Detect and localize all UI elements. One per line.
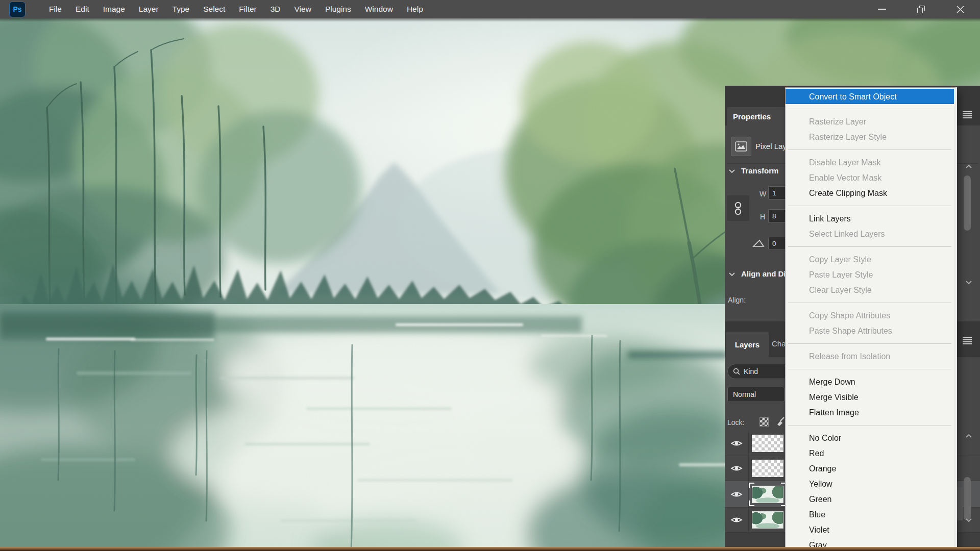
- lock-transparent-pixels-icon[interactable]: [760, 417, 769, 427]
- context-menu-item-link-layers[interactable]: Link Layers: [786, 211, 954, 227]
- context-menu-item-disable-layer-mask: Disable Layer Mask: [786, 155, 954, 170]
- menu-select[interactable]: Select: [203, 5, 225, 14]
- layer-thumbnail[interactable]: [752, 460, 783, 477]
- context-menu-separator: [788, 303, 951, 303]
- scroll-up-icon[interactable]: [966, 434, 972, 438]
- menu-image[interactable]: Image: [103, 5, 125, 14]
- search-icon: [733, 368, 740, 375]
- layer-thumbnail[interactable]: [752, 435, 783, 452]
- eye-icon: [730, 490, 743, 498]
- context-menu-item-convert-to-smart-object[interactable]: Convert to Smart Object: [786, 89, 954, 104]
- layer-thumbnail-selected[interactable]: [752, 486, 783, 503]
- menu-3d[interactable]: 3D: [271, 5, 281, 14]
- layer-type-thumbnail: [731, 137, 751, 156]
- menu-type[interactable]: Type: [173, 5, 190, 14]
- close-icon: [957, 6, 964, 13]
- layer-filter-value: Kind: [744, 367, 758, 375]
- context-menu-separator: [788, 343, 951, 344]
- context-menu-item-red[interactable]: Red: [786, 446, 954, 461]
- menu-plugins[interactable]: Plugins: [325, 5, 351, 14]
- angle-icon: [752, 239, 765, 247]
- photoshop-window: Ps File Edit Image Layer Type Select Fil…: [0, 0, 980, 551]
- canvas-top-shadow: [0, 18, 980, 22]
- minimize-button[interactable]: [862, 0, 901, 18]
- context-menu-separator: [788, 109, 951, 109]
- context-menu-item-merge-visible[interactable]: Merge Visible: [786, 390, 954, 405]
- lock-image-pixels-brush-icon[interactable]: [776, 416, 785, 427]
- menu-window[interactable]: Window: [365, 5, 393, 14]
- align-label: Align:: [728, 296, 746, 304]
- properties-scrollbar-thumb[interactable]: [964, 176, 971, 231]
- layers-scrollbar-thumb[interactable]: [964, 477, 971, 520]
- eye-icon: [730, 464, 743, 472]
- menubar: File Edit Image Layer Type Select Filter…: [49, 5, 423, 14]
- chevron-down-icon[interactable]: [729, 272, 735, 276]
- width-label: W: [760, 190, 766, 198]
- context-menu-item-violet[interactable]: Violet: [786, 522, 954, 538]
- lock-label: Lock:: [727, 418, 744, 427]
- context-menu-item-rasterize-layer-style: Rasterize Layer Style: [786, 130, 954, 145]
- context-menu-item-yellow[interactable]: Yellow: [786, 477, 954, 492]
- screen-bottom-edge: [0, 547, 980, 551]
- context-menu-separator: [788, 425, 951, 425]
- restore-icon: [917, 6, 925, 13]
- window-controls: [862, 0, 980, 18]
- context-menu-item-flatten-image[interactable]: Flatten Image: [786, 405, 954, 420]
- scroll-down-icon[interactable]: [966, 518, 972, 522]
- visibility-toggle[interactable]: [725, 508, 749, 532]
- context-menu-item-paste-layer-style: Paste Layer Style: [786, 267, 954, 283]
- menu-layer[interactable]: Layer: [139, 5, 159, 14]
- window-titlebar: Ps File Edit Image Layer Type Select Fil…: [0, 0, 980, 18]
- context-menu-item-release-from-isolation: Release from Isolation: [786, 349, 954, 364]
- visibility-toggle[interactable]: [725, 481, 749, 507]
- context-menu-item-blue[interactable]: Blue: [786, 507, 954, 522]
- restore-button[interactable]: [901, 0, 941, 18]
- photoshop-app-icon[interactable]: Ps: [9, 2, 26, 17]
- scroll-down-icon[interactable]: [966, 281, 972, 285]
- visibility-toggle[interactable]: [725, 456, 749, 481]
- layer-thumbnail[interactable]: [752, 511, 783, 529]
- minimize-icon: [878, 9, 886, 10]
- transform-section-header[interactable]: Transform: [741, 166, 778, 175]
- close-button[interactable]: [941, 0, 980, 18]
- context-menu-item-no-color[interactable]: No Color: [786, 431, 954, 446]
- context-menu-item-orange[interactable]: Orange: [786, 461, 954, 477]
- menu-edit[interactable]: Edit: [76, 5, 89, 14]
- image-icon: [735, 141, 747, 152]
- menu-filter[interactable]: Filter: [239, 5, 256, 14]
- context-menu-item-green[interactable]: Green: [786, 492, 954, 507]
- context-menu-separator: [788, 246, 951, 247]
- eye-icon: [730, 516, 743, 524]
- menu-help[interactable]: Help: [407, 5, 423, 14]
- context-menu-item-clear-layer-style: Clear Layer Style: [786, 283, 954, 298]
- scroll-up-icon[interactable]: [966, 165, 972, 169]
- context-menu-item-copy-shape-attributes: Copy Shape Attributes: [786, 308, 954, 323]
- tab-properties[interactable]: Properties: [727, 107, 786, 126]
- visibility-toggle[interactable]: [725, 431, 749, 456]
- properties-panel-menu-icon[interactable]: [963, 111, 972, 118]
- context-menu-separator: [788, 206, 951, 206]
- layers-panel-menu-icon[interactable]: [963, 337, 972, 344]
- chain-link-icon: [733, 202, 743, 215]
- context-menu-item-paste-shape-attributes: Paste Shape Attributes: [786, 323, 954, 339]
- link-dimensions-button[interactable]: [727, 195, 749, 221]
- height-label: H: [760, 213, 765, 221]
- context-menu-separator: [788, 369, 951, 369]
- context-menu-item-create-clipping-mask[interactable]: Create Clipping Mask: [786, 186, 954, 201]
- context-menu-item-select-linked-layers: Select Linked Layers: [786, 227, 954, 242]
- blend-mode-select[interactable]: Normal: [727, 387, 785, 402]
- context-menu-item-rasterize-layer: Rasterize Layer: [786, 114, 954, 130]
- chevron-down-icon[interactable]: [729, 169, 735, 173]
- layer-context-menu: Convert to Smart Object Rasterize Layer …: [785, 87, 957, 551]
- context-menu-item-copy-layer-style: Copy Layer Style: [786, 252, 954, 267]
- menu-file[interactable]: File: [49, 5, 62, 14]
- context-menu-item-enable-vector-mask: Enable Vector Mask: [786, 170, 954, 186]
- context-menu-item-merge-down[interactable]: Merge Down: [786, 374, 954, 390]
- menu-view[interactable]: View: [295, 5, 311, 14]
- tab-layers[interactable]: Layers: [726, 332, 769, 357]
- eye-icon: [730, 439, 743, 447]
- context-menu-separator: [788, 149, 951, 150]
